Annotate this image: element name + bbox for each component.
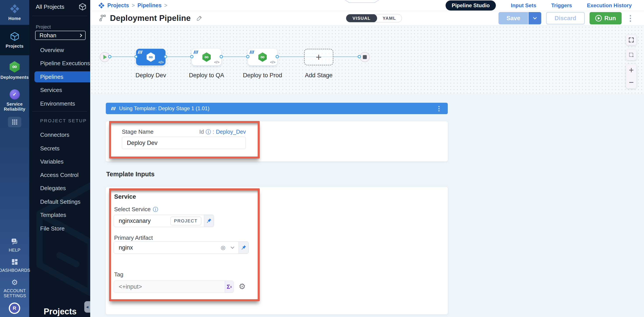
multi-select-button[interactable] bbox=[626, 50, 636, 60]
connector-dot bbox=[276, 55, 279, 58]
stage-label: Deploy to Prod bbox=[243, 72, 282, 79]
connector-dot bbox=[358, 55, 361, 58]
stage-label: Deploy Dev bbox=[136, 72, 166, 79]
clear-icon[interactable]: ⊗ bbox=[220, 244, 226, 252]
tab-execution-history[interactable]: Execution History bbox=[587, 2, 632, 8]
cd-hexagon-icon: ∞ bbox=[146, 52, 155, 62]
tab-triggers[interactable]: Triggers bbox=[551, 2, 572, 8]
stage-name-input[interactable] bbox=[122, 137, 246, 149]
info-icon[interactable]: ⓘ bbox=[206, 129, 211, 134]
sidebar-item-connectors[interactable]: Connectors bbox=[29, 129, 90, 140]
run-button[interactable]: Run bbox=[590, 12, 622, 24]
stage-id-value[interactable]: Deploy_Dev bbox=[216, 129, 246, 135]
user-avatar[interactable]: R bbox=[9, 302, 20, 314]
rail-item-projects[interactable]: Projects bbox=[0, 25, 29, 55]
rail-item-label: Deployments bbox=[0, 75, 29, 80]
breadcrumb-pipelines[interactable]: Pipelines bbox=[138, 2, 162, 8]
breadcrumb-projects[interactable]: Projects bbox=[107, 2, 129, 8]
sidebar-collapse-handle[interactable]: ◀ bbox=[84, 301, 90, 312]
settings-gear-icon[interactable]: ⚙ bbox=[238, 282, 246, 291]
rail-item-account-settings[interactable]: ⚙ ACCOUNT SETTINGS bbox=[0, 277, 29, 300]
chevron-right-icon bbox=[79, 34, 82, 37]
expression-button[interactable]: Σx bbox=[225, 281, 234, 293]
project-cube-icon bbox=[78, 3, 87, 11]
rail-item-label: Home bbox=[8, 16, 21, 21]
sidebar-item-delegates[interactable]: Delegates bbox=[29, 183, 90, 194]
sidebar-item-label: Services bbox=[40, 87, 62, 94]
sidebar-item-label: Access Control bbox=[40, 172, 78, 178]
rail-item-label: HELP bbox=[9, 248, 20, 253]
template-options-menu[interactable]: ⋮ bbox=[436, 105, 442, 112]
tag-input[interactable] bbox=[114, 281, 214, 293]
stage-node-deploy-to-qa[interactable]: ∞ </> bbox=[192, 49, 221, 66]
primary-artifact-value[interactable]: nginx bbox=[114, 242, 133, 254]
module-picker-button[interactable] bbox=[8, 117, 21, 127]
dashboards-icon bbox=[11, 258, 18, 266]
sidebar-item-file-store[interactable]: File Store bbox=[29, 223, 90, 234]
service-heading: Service bbox=[114, 193, 136, 200]
fullscreen-button[interactable] bbox=[626, 35, 636, 45]
all-projects-button[interactable]: All Projects bbox=[36, 3, 87, 11]
sidebar-item-variables[interactable]: Variables bbox=[29, 156, 90, 167]
info-icon[interactable]: ⓘ bbox=[153, 207, 158, 212]
stage-node-deploy-to-prod[interactable]: ∞ </> bbox=[248, 49, 277, 66]
rail-item-service-reliability[interactable]: ✓ Service Reliability bbox=[0, 86, 29, 115]
pipeline-end-node[interactable] bbox=[360, 52, 370, 62]
stage-node-deploy-dev[interactable]: ∞ </> bbox=[136, 49, 166, 66]
edit-pencil-icon[interactable] bbox=[196, 15, 202, 22]
stage-name-card: Stage Name Id ⓘ : Deploy_Dev bbox=[106, 122, 448, 161]
zoom-in-button[interactable]: + bbox=[629, 66, 634, 74]
toggle-visual[interactable]: VISUAL bbox=[346, 14, 377, 22]
chevron-down-icon[interactable] bbox=[231, 245, 234, 249]
rail-item-dashboards[interactable]: DASHBOARDS bbox=[0, 256, 29, 274]
code-icon: </> bbox=[270, 60, 276, 64]
sidebar-item-environments[interactable]: Environments bbox=[29, 98, 90, 109]
page-title: Deployment Pipeline bbox=[110, 14, 191, 23]
primary-artifact-label: Primary Artifact bbox=[114, 234, 153, 241]
pin-button[interactable] bbox=[238, 242, 248, 254]
sidebar-item-label: Environments bbox=[40, 100, 75, 107]
sidebar-item-pipeline-executions[interactable]: Pipeline Executions bbox=[29, 58, 90, 69]
template-inputs-heading: Template Inputs bbox=[106, 170, 154, 178]
sidebar-item-access-control[interactable]: Access Control bbox=[29, 170, 90, 180]
connector-dot bbox=[164, 55, 167, 58]
rail-item-label: DASHBOARDS bbox=[0, 268, 30, 273]
primary-artifact-control: nginx ⊗ bbox=[114, 242, 249, 254]
toggle-yaml[interactable]: YAML bbox=[377, 14, 402, 22]
sidebar-item-label: Pipeline Executions bbox=[40, 60, 90, 67]
pin-button[interactable] bbox=[204, 215, 214, 227]
select-service-value[interactable]: nginxcanary bbox=[114, 215, 151, 227]
studio-top-nav: Pipeline Studio Input Sets Triggers Exec… bbox=[446, 0, 632, 11]
project-selector[interactable]: Rohan bbox=[35, 31, 86, 40]
more-options-menu[interactable]: ⋮ bbox=[626, 14, 634, 22]
rail-item-help[interactable]: ? HELP bbox=[0, 237, 29, 254]
add-stage-label: Add Stage bbox=[305, 72, 332, 79]
visual-yaml-toggle: VISUAL YAML bbox=[346, 14, 402, 22]
sidebar-item-overview[interactable]: Overview bbox=[29, 44, 90, 56]
save-button[interactable]: Save bbox=[498, 12, 528, 24]
grid-icon bbox=[12, 119, 18, 125]
tab-pipeline-studio[interactable]: Pipeline Studio bbox=[446, 0, 496, 10]
sidebar-item-default-settings[interactable]: Default Settings bbox=[29, 196, 90, 207]
cube-icon bbox=[10, 32, 20, 42]
pipeline-canvas[interactable]: ∞ </> ∞ </> ∞ </> + Deploy Dev bbox=[90, 26, 644, 93]
sidebar-item-pipelines[interactable]: Pipelines bbox=[34, 71, 90, 82]
rail-item-deployments[interactable]: ∞ Deployments bbox=[0, 55, 29, 86]
project-selector-value: Rohan bbox=[40, 32, 56, 39]
rail-item-label: Service Reliability bbox=[3, 102, 27, 112]
zoom-out-button[interactable]: − bbox=[629, 78, 634, 86]
rail-item-home[interactable]: Home bbox=[0, 0, 29, 25]
sidebar-item-templates[interactable]: Templates bbox=[29, 210, 90, 220]
discard-button[interactable]: Discard bbox=[546, 12, 584, 24]
play-icon bbox=[595, 15, 602, 22]
add-stage-button[interactable]: + bbox=[304, 49, 334, 66]
save-dropdown-button[interactable] bbox=[528, 12, 541, 24]
sidebar-item-services[interactable]: Services bbox=[29, 84, 90, 96]
sidebar-item-secrets[interactable]: Secrets bbox=[29, 143, 90, 154]
play-icon bbox=[104, 55, 107, 59]
tab-input-sets[interactable]: Input Sets bbox=[511, 2, 536, 8]
pipeline-graph-icon bbox=[98, 14, 106, 22]
sidebar-item-label: File Store bbox=[40, 225, 64, 232]
select-service-label: Select Service bbox=[114, 206, 150, 213]
divider bbox=[32, 111, 87, 112]
